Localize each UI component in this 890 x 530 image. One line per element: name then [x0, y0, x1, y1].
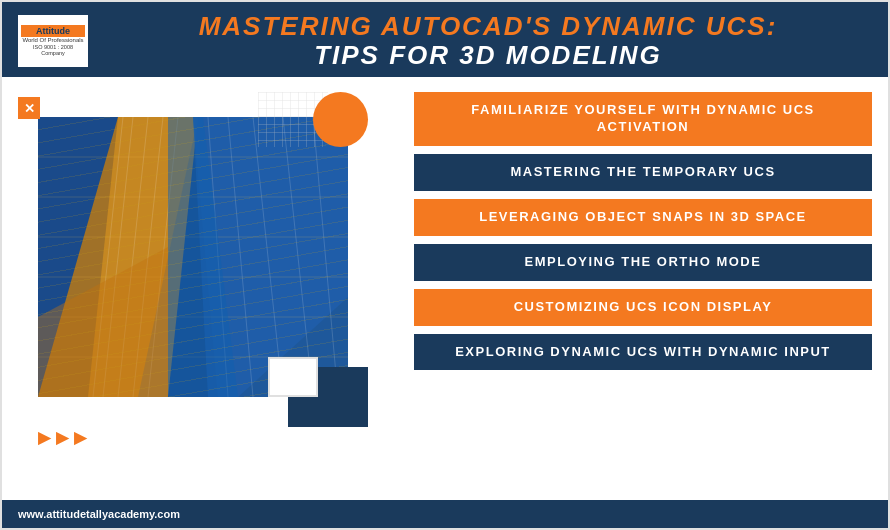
- building-image: [38, 117, 348, 397]
- svg-marker-22: [38, 247, 168, 397]
- header: Attitude World Of Professionals ISO 9001…: [2, 2, 888, 77]
- svg-line-7: [133, 117, 163, 397]
- building-photo: [38, 117, 348, 397]
- svg-line-4: [93, 117, 123, 397]
- svg-line-6: [118, 117, 148, 397]
- title-line1: MASTERING AUTOCAD'S DYNAMIC UCS:: [199, 12, 778, 41]
- main-content: ✕: [2, 77, 888, 517]
- left-side: ✕: [18, 87, 398, 507]
- title-line2: TIPS FOR 3D MODELING: [314, 41, 662, 70]
- header-title: MASTERING AUTOCAD'S DYNAMIC UCS: TIPS FO…: [104, 12, 872, 69]
- menu-item-5[interactable]: EXPLORING DYNAMIC UCS WITH DYNAMIC INPUT: [414, 334, 872, 371]
- menu-list: FAMILIARIZE YOURSELF WITH DYNAMIC UCS AC…: [414, 87, 872, 507]
- image-frame: ✕: [18, 97, 358, 417]
- svg-rect-1: [38, 117, 348, 397]
- close-button[interactable]: ✕: [18, 97, 40, 119]
- arrow-2[interactable]: ▶: [56, 428, 68, 447]
- footer-bar: www.attitudetallyacademy.com: [2, 500, 888, 528]
- svg-marker-3: [88, 117, 198, 397]
- arrow-3[interactable]: ▶: [74, 428, 86, 447]
- svg-line-13: [253, 117, 283, 397]
- svg-line-5: [103, 117, 133, 397]
- logo-bottom: ISO 9001 : 2008 Company: [21, 44, 85, 56]
- svg-line-15: [313, 117, 338, 397]
- logo: Attitude World Of Professionals ISO 9001…: [18, 15, 88, 67]
- footer-url: www.attitudetallyacademy.com: [18, 508, 180, 520]
- arrow-1[interactable]: ▶: [38, 428, 50, 447]
- svg-line-12: [228, 117, 253, 397]
- menu-item-0[interactable]: FAMILIARIZE YOURSELF WITH DYNAMIC UCS AC…: [414, 92, 872, 146]
- menu-item-2[interactable]: LEVERAGING OBJECT SNAPS IN 3D SPACE: [414, 199, 872, 236]
- logo-top: Attitude: [21, 25, 85, 37]
- svg-marker-23: [168, 117, 238, 397]
- menu-item-1[interactable]: MASTERING THE TEMPORARY UCS: [414, 154, 872, 191]
- page-container: Attitude World Of Professionals ISO 9001…: [0, 0, 890, 530]
- logo-middle: World Of Professionals: [22, 37, 83, 44]
- orange-circle-decoration: [313, 92, 368, 147]
- svg-marker-9: [193, 117, 348, 397]
- menu-item-4[interactable]: CUSTOMIZING UCS ICON DISPLAY: [414, 289, 872, 326]
- decoration-white-block: [268, 357, 318, 397]
- svg-line-11: [208, 117, 228, 397]
- nav-arrows[interactable]: ▶ ▶ ▶: [38, 428, 86, 447]
- svg-line-14: [283, 117, 313, 397]
- menu-item-3[interactable]: EMPLOYING THE ORTHO MODE: [414, 244, 872, 281]
- svg-marker-10: [193, 117, 348, 397]
- svg-line-8: [148, 117, 178, 397]
- svg-marker-2: [38, 117, 198, 397]
